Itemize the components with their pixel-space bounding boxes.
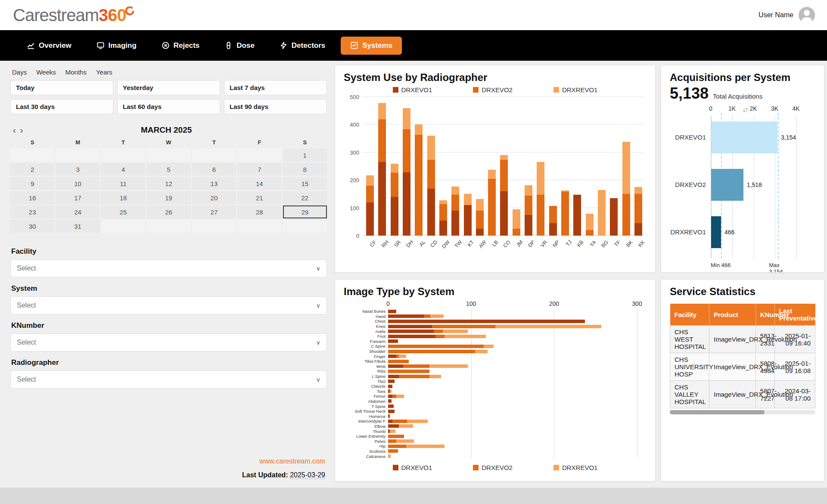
x-label: YA xyxy=(588,239,597,248)
sort-icon[interactable]: ↓↑ xyxy=(742,106,747,114)
imgtype-bar: Calcaneus xyxy=(388,454,637,459)
quick-button-last-60-days[interactable]: Last 60 days xyxy=(117,99,220,114)
calendar-day-27[interactable]: 27 xyxy=(192,205,236,218)
bar-DP xyxy=(525,185,532,236)
range-tab-months[interactable]: Months xyxy=(65,68,87,76)
table-header-1[interactable]: Product xyxy=(709,304,755,326)
calendar-day-19[interactable]: 19 xyxy=(146,191,190,204)
table-header-3[interactable]: Last Preventative xyxy=(774,304,815,326)
chevron-down-icon: ∨ xyxy=(316,265,320,272)
bar-BG xyxy=(598,190,606,236)
table-header-2[interactable]: KNumber xyxy=(755,304,774,326)
calendar-day-24[interactable]: 24 xyxy=(56,205,99,218)
imgtype-bar: TMJ xyxy=(388,379,637,384)
calendar-day-16[interactable]: 16 xyxy=(10,191,54,204)
filter-select-system[interactable]: Select∨ xyxy=(10,296,327,314)
calendar-day-10[interactable]: 10 xyxy=(56,177,99,190)
calendar-day-23[interactable]: 23 xyxy=(10,205,54,218)
calendar-prev-icon[interactable]: ‹ xyxy=(13,126,16,134)
calendar-day-18[interactable]: 18 xyxy=(101,191,145,204)
table-scrollbar-thumb[interactable] xyxy=(670,410,765,414)
calendar-day-header: T xyxy=(192,137,236,147)
calendar-day-6[interactable]: 6 xyxy=(192,163,236,176)
bar-TJ xyxy=(561,190,569,236)
nav-item-dose[interactable]: Dose xyxy=(215,37,264,55)
calendar-day-20[interactable]: 20 xyxy=(192,191,236,204)
range-tab-weeks[interactable]: Weeks xyxy=(36,68,56,76)
calendar-day-29[interactable]: 29 xyxy=(283,205,327,218)
calendar-day-8[interactable]: 8 xyxy=(283,163,327,176)
filter-label-radiographer: Radiographer xyxy=(11,358,327,367)
nav-item-overview[interactable]: Overview xyxy=(17,37,81,55)
calendar-next-icon[interactable]: › xyxy=(20,126,23,134)
calendar-day-14[interactable]: 14 xyxy=(237,177,281,190)
quick-button-last-90-days[interactable]: Last 90 days xyxy=(224,99,327,114)
image-type-panel: Image Type by System 0100200300 Nasal Bo… xyxy=(335,279,656,482)
calendar-day-12[interactable]: 12 xyxy=(146,177,190,190)
calendar-day-17[interactable]: 17 xyxy=(56,191,99,204)
bar-SR xyxy=(391,164,398,236)
circle-x-icon xyxy=(162,41,170,50)
logo-360: 360 xyxy=(99,6,126,25)
calendar-day-21[interactable]: 21 xyxy=(237,191,281,204)
calendar-day-9[interactable]: 9 xyxy=(10,177,54,190)
filter-select-facility[interactable]: Select∨ xyxy=(10,259,327,277)
chart-box-icon xyxy=(350,41,358,50)
imgtype-bar: Tibia Fibula xyxy=(388,359,637,364)
image-type-chart: Nasal BonesHandChestKneeAnkleFootForearm… xyxy=(388,309,637,459)
calendar-day-13[interactable]: 13 xyxy=(192,177,236,190)
logo-swoosh-icon xyxy=(124,6,134,19)
calendar-day-5[interactable]: 5 xyxy=(146,163,190,176)
calendar-day-2[interactable]: 2 xyxy=(10,163,54,176)
quick-button-today[interactable]: Today xyxy=(10,80,113,95)
quick-button-yesterday[interactable]: Yesterday xyxy=(117,80,220,95)
calendar-day-30[interactable]: 30 xyxy=(10,220,54,233)
calendar-empty-cell xyxy=(146,149,190,162)
x-label: JM xyxy=(515,239,524,248)
calendar-day-25[interactable]: 25 xyxy=(101,205,145,218)
calendar-day-7[interactable]: 7 xyxy=(237,163,281,176)
max-label: Max 3,154 xyxy=(769,262,787,273)
legend-item: DRXEVO2 xyxy=(473,86,513,93)
imgtype-bar: T Spine xyxy=(388,404,637,409)
calendar-empty-cell xyxy=(192,220,236,233)
calendar-day-3[interactable]: 3 xyxy=(56,163,99,176)
calendar-day-4[interactable]: 4 xyxy=(101,163,145,176)
calendar-grid: SMTWTFS123456789101112131415161718192021… xyxy=(10,137,327,233)
calendar-day-28[interactable]: 28 xyxy=(237,205,281,218)
x-label: RH xyxy=(380,239,390,249)
nav-item-imaging[interactable]: Imaging xyxy=(87,37,146,55)
nav-item-systems[interactable]: Systems xyxy=(341,37,402,55)
legend-item: DRXREVO1 xyxy=(553,464,598,471)
range-tab-days[interactable]: Days xyxy=(12,68,27,76)
imgtype-bar: Thumb xyxy=(388,429,637,434)
nav-item-rejects[interactable]: Rejects xyxy=(152,37,209,55)
acq-bar-DRXEVO1: DRXEVO13,154 xyxy=(711,121,796,153)
calendar-day-31[interactable]: 31 xyxy=(56,220,99,233)
calendar-day-26[interactable]: 26 xyxy=(146,205,190,218)
calendar-day-15[interactable]: 15 xyxy=(283,177,327,190)
system-use-x-labels: CFRHSRDHALCDDWTWKTAWLBCOJMDPVRNPTJKBYABG… xyxy=(366,238,647,254)
filter-select-knumber[interactable]: Select∨ xyxy=(10,333,327,352)
quick-button-last-7-days[interactable]: Last 7 days xyxy=(224,80,327,95)
nav-item-detectors[interactable]: Detectors xyxy=(270,37,335,55)
filter-select-radiographer[interactable]: Select∨ xyxy=(10,370,327,389)
quick-button-last-30-days[interactable]: Last 30 days xyxy=(10,99,113,114)
system-use-panel: System Use by Radiographer DRXEVO1DRXEVO… xyxy=(335,65,656,273)
calendar-day-1[interactable]: 1 xyxy=(283,149,327,162)
range-tab-years[interactable]: Years xyxy=(96,68,112,76)
imgtype-bar: Pelvis xyxy=(388,439,637,444)
imgtype-bar: L Spine xyxy=(388,374,637,379)
calendar-day-header: F xyxy=(237,137,281,147)
user-name: User Name xyxy=(759,11,793,19)
imgtype-bar: Shoulder xyxy=(388,349,637,354)
x-label: VR xyxy=(539,239,548,249)
table-header-0[interactable]: Facility xyxy=(670,304,709,326)
calendar-empty-cell xyxy=(56,149,99,162)
x-label: TF xyxy=(613,239,622,248)
calendar-day-11[interactable]: 11 xyxy=(101,177,145,190)
carestream-link[interactable]: www.carestream.com xyxy=(259,457,325,465)
user-avatar[interactable] xyxy=(799,7,815,23)
min-label: Min 466 xyxy=(711,262,731,268)
calendar-day-22[interactable]: 22 xyxy=(283,191,327,204)
